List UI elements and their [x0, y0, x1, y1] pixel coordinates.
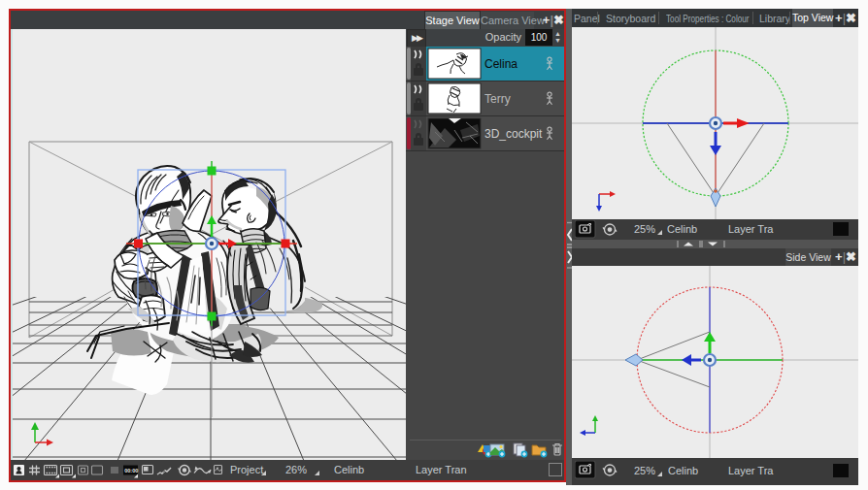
svg-text:Celina: Celina	[484, 57, 517, 71]
svg-text:3D_cockpit: 3D_cockpit	[484, 127, 543, 141]
svg-text:00:00: 00:00	[124, 468, 138, 474]
svg-text:Terry: Terry	[484, 92, 511, 106]
